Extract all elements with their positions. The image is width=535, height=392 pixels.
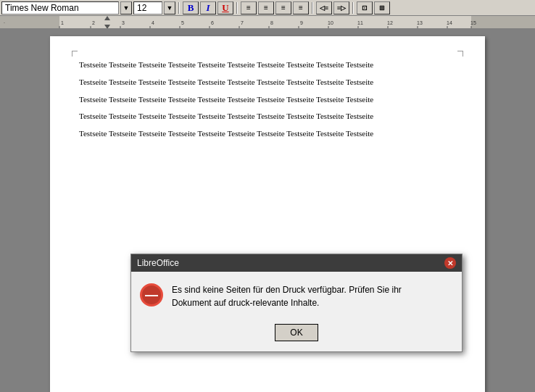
svg-text:3: 3 bbox=[122, 20, 125, 25]
document-area: Testseite Testseite Testseite Testseite … bbox=[0, 29, 535, 392]
svg-text:·: · bbox=[4, 20, 5, 25]
svg-text:5: 5 bbox=[181, 20, 184, 25]
font-name-display[interactable]: Times New Roman bbox=[1, 1, 119, 14]
extra-btn-2[interactable]: ⊞ bbox=[374, 1, 390, 14]
font-size-dropdown[interactable]: ▼ bbox=[164, 1, 175, 14]
svg-text:11: 11 bbox=[357, 20, 363, 25]
bold-button[interactable]: B bbox=[183, 1, 199, 14]
svg-rect-2 bbox=[471, 16, 535, 29]
extra-btn-1[interactable]: ⊡ bbox=[357, 1, 373, 14]
svg-text:2: 2 bbox=[92, 20, 95, 25]
font-name-text: Times New Roman bbox=[5, 3, 79, 13]
toolbar-separator-3 bbox=[312, 2, 313, 14]
underline-button[interactable]: U bbox=[217, 1, 233, 14]
libreoffice-dialog: LibreOffice ✕ — Es sind keine Seiten für… bbox=[130, 254, 463, 352]
svg-text:7: 7 bbox=[241, 20, 244, 25]
svg-text:9: 9 bbox=[300, 20, 303, 25]
dialog-message: Es sind keine Seiten für den Druck verfü… bbox=[172, 283, 453, 309]
italic-button[interactable]: I bbox=[200, 1, 216, 14]
font-name-dropdown[interactable]: ▼ bbox=[120, 1, 132, 14]
ruler-svg: · 1 2 3 4 5 6 7 8 9 10 11 12 13 14 15 bbox=[0, 16, 535, 29]
font-size-display[interactable]: 12 bbox=[133, 1, 162, 14]
dialog-close-button[interactable]: ✕ bbox=[444, 257, 456, 269]
svg-rect-1 bbox=[0, 16, 59, 29]
indent-increase-button[interactable]: ≡▷ bbox=[333, 1, 349, 14]
dialog-title: LibreOffice bbox=[137, 258, 179, 268]
align-left-button[interactable]: ≡ bbox=[241, 1, 257, 14]
align-center-button[interactable]: ≡ bbox=[258, 1, 274, 14]
svg-text:1: 1 bbox=[61, 20, 64, 25]
dialog-titlebar: LibreOffice ✕ bbox=[131, 254, 462, 272]
error-symbol: — bbox=[145, 288, 158, 303]
svg-text:13: 13 bbox=[417, 20, 423, 25]
dialog-message-line1: Es sind keine Seiten für den Druck verfü… bbox=[172, 285, 402, 295]
toolbar: Times New Roman ▼ 12 ▼ B I U ≡ ≡ ≡ ≡ ◁≡ … bbox=[0, 0, 535, 16]
dialog-body: — Es sind keine Seiten für den Druck ver… bbox=[131, 272, 462, 321]
toolbar-separator-2 bbox=[236, 2, 238, 14]
indent-decrease-button[interactable]: ◁≡ bbox=[316, 1, 332, 14]
error-icon: — bbox=[140, 283, 163, 306]
close-icon: ✕ bbox=[447, 259, 453, 267]
align-justify-button[interactable]: ≡ bbox=[293, 1, 309, 14]
svg-rect-0 bbox=[0, 16, 535, 29]
font-size-text: 12 bbox=[137, 3, 146, 13]
svg-text:15: 15 bbox=[470, 20, 476, 25]
svg-text:4: 4 bbox=[152, 20, 154, 25]
ok-button[interactable]: OK bbox=[275, 324, 318, 341]
dialog-footer: OK bbox=[131, 321, 462, 351]
ruler: · 1 2 3 4 5 6 7 8 9 10 11 12 13 14 15 bbox=[0, 16, 535, 29]
svg-text:14: 14 bbox=[447, 20, 452, 25]
svg-text:12: 12 bbox=[387, 20, 393, 25]
svg-text:10: 10 bbox=[328, 20, 333, 25]
toolbar-separator-1 bbox=[178, 2, 180, 14]
toolbar-separator-4 bbox=[352, 2, 354, 14]
align-right-button[interactable]: ≡ bbox=[275, 1, 291, 14]
svg-text:6: 6 bbox=[211, 20, 214, 25]
svg-text:8: 8 bbox=[270, 20, 273, 25]
dialog-overlay: LibreOffice ✕ — Es sind keine Seiten für… bbox=[0, 29, 535, 392]
dialog-message-line2: Dokument auf druck-relevante Inhalte. bbox=[172, 298, 319, 308]
